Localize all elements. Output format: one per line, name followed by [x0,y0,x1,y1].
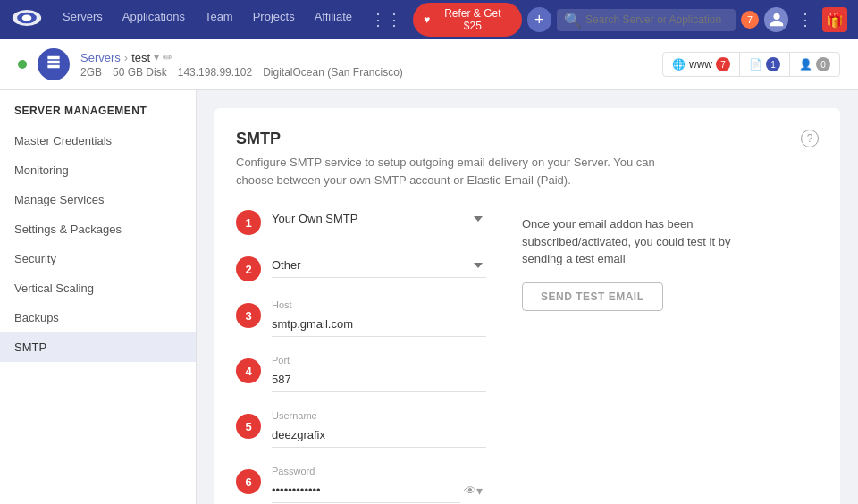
nav-affiliate[interactable]: Affiliate [306,4,361,35]
nav-links: Servers Applications Team Projects Affil… [54,4,409,35]
search-wrapper: 🔍 [557,9,736,31]
logo[interactable] [11,5,43,34]
step-4-field: Port [272,355,486,392]
step-4-number: 4 [236,358,261,383]
test-email-button[interactable]: SEND TEST EMAIL [522,282,663,311]
step-5-row: 5 Username [236,410,486,448]
svg-point-2 [22,14,32,21]
www-icon: 🌐 [672,58,686,71]
main-layout: Server Management Master Credentials Mon… [0,90,858,504]
step-2-number: 2 [236,256,261,281]
nav-projects[interactable]: Projects [244,4,304,35]
host-label: Host [272,299,486,310]
host-input[interactable] [272,312,486,337]
server-provider: DigitalOcean (San Francisco) [263,66,403,79]
step-6-number: 6 [236,469,261,494]
smtp-provider-select[interactable]: Other Gmail Yahoo [272,253,486,278]
server-bar: Servers › test ▾ ✏ 2GB 50 GB Disk 143.19… [0,39,858,90]
www-label: www [689,58,712,71]
add-button[interactable]: + [527,7,552,32]
more-icon[interactable]: ⋮ [794,8,817,31]
sidebar-item-vertical-scaling[interactable]: Vertical Scaling [0,273,196,303]
server-badges: 🌐 www 7 📄 1 👤 0 [662,52,840,77]
www-badge[interactable]: 🌐 www 7 [663,53,740,76]
sidebar: Server Management Master Credentials Mon… [0,90,197,504]
edit-icon[interactable]: ✏ [163,50,173,64]
breadcrumb: Servers › test ▾ ✏ 2GB 50 GB Disk 143.19… [80,50,403,79]
breadcrumb-sep: › [124,51,128,64]
sidebar-title: Server Management [0,105,196,126]
step-5-number: 5 [236,414,261,439]
pages-count: 1 [766,57,780,71]
step-6-row: 6 Password 👁▾ [236,466,486,503]
users-icon: 👤 [799,58,812,71]
avatar[interactable] [764,7,789,32]
server-specs: 2GB 50 GB Disk 143.198.99.102 DigitalOce… [80,66,403,79]
sidebar-item-security[interactable]: Security [0,244,196,273]
top-nav: Servers Applications Team Projects Affil… [0,0,858,39]
users-count: 0 [816,57,830,71]
step-6-field: Password 👁▾ [272,466,486,503]
sidebar-item-master-credentials[interactable]: Master Credentials [0,126,196,155]
nav-right: ♥ Refer & Get $25 + 🔍 7 ⋮ 🎁 [413,3,847,37]
username-input[interactable] [272,423,486,448]
search-input[interactable] [585,13,728,26]
step-5-field: Username [272,410,486,448]
sidebar-item-manage-services[interactable]: Manage Services [0,185,196,214]
status-dot [18,60,27,69]
users-badge[interactable]: 👤 0 [790,53,839,76]
smtp-type-select[interactable]: Your Own SMTP Elastic Email (Paid) [272,206,486,231]
form-right: Once your email addon has been subscribe… [522,206,819,504]
breadcrumb-parent[interactable]: Servers [80,51,121,64]
pages-icon: 📄 [749,58,762,71]
step-4-row: 4 Port [236,355,486,392]
form-section: 1 Your Own SMTP Elastic Email (Paid) 2 [236,206,819,504]
step-3-field: Host [272,299,486,337]
gift-icon[interactable]: 🎁 [822,7,847,32]
port-label: Port [272,355,486,365]
pages-badge[interactable]: 📄 1 [740,53,790,76]
password-toggle-icon[interactable]: 👁▾ [460,483,486,498]
content-area: SMTP Configure SMTP service to setup out… [197,90,858,504]
breadcrumb-current: test [131,51,150,64]
refer-label: Refer & Get $25 [434,7,510,32]
notif-badge[interactable]: 7 [741,11,759,29]
server-icon [38,48,70,80]
server-ip: 143.198.99.102 [178,66,252,79]
nav-team[interactable]: Team [196,4,242,35]
step-1-row: 1 Your Own SMTP Elastic Email (Paid) [236,206,486,235]
step-1-field: Your Own SMTP Elastic Email (Paid) [272,206,486,231]
step-2-field: Other Gmail Yahoo [272,253,486,278]
username-label: Username [272,410,486,421]
sidebar-item-settings-packages[interactable]: Settings & Packages [0,214,196,244]
step-3-number: 3 [236,303,261,328]
step-2-row: 2 Other Gmail Yahoo [236,253,486,281]
form-left: 1 Your Own SMTP Elastic Email (Paid) 2 [236,206,486,504]
step-3-row: 3 Host [236,299,486,337]
nav-grid-icon[interactable]: ⋮⋮ [363,4,409,35]
password-label: Password [272,466,486,476]
password-input[interactable] [272,478,460,503]
www-count: 7 [716,57,730,71]
search-icon: 🔍 [564,12,582,29]
sidebar-item-backups[interactable]: Backups [0,303,196,332]
heart-icon: ♥ [424,13,430,26]
chevron-icon[interactable]: ▾ [154,51,159,63]
help-icon[interactable]: ? [801,130,819,147]
step-1-number: 1 [236,210,261,235]
content-title: SMTP [236,130,665,148]
server-disk: 50 GB Disk [113,66,167,79]
port-input[interactable] [272,367,486,392]
sidebar-item-smtp[interactable]: SMTP [0,332,196,362]
test-email-info: Once your email addon has been subscribe… [522,215,772,268]
sidebar-item-monitoring[interactable]: Monitoring [0,155,196,185]
content-card: SMTP Configure SMTP service to setup out… [214,108,840,504]
nav-servers[interactable]: Servers [54,4,112,35]
content-description: Configure SMTP service to setup outgoing… [236,154,665,189]
server-size: 2GB [80,66,102,79]
content-header: SMTP Configure SMTP service to setup out… [236,130,819,189]
nav-applications[interactable]: Applications [114,4,194,35]
refer-button[interactable]: ♥ Refer & Get $25 [413,3,521,37]
